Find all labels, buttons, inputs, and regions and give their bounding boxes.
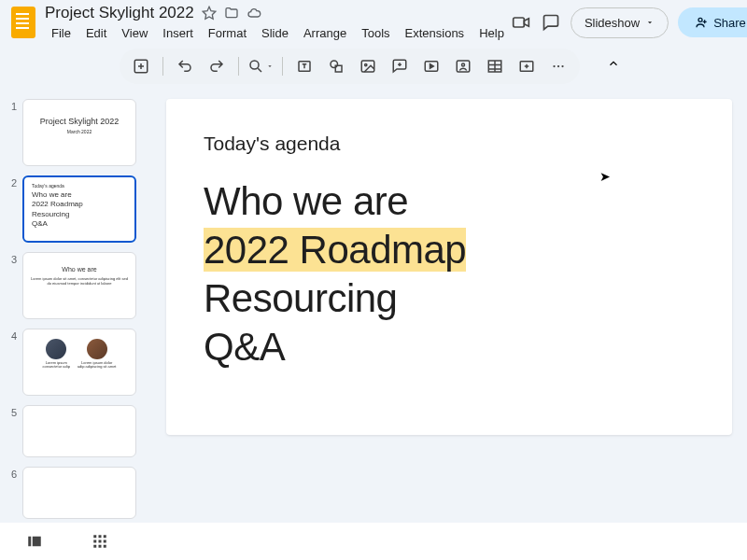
transition-icon[interactable] (513, 52, 541, 80)
thumb-title: Who we are (31, 266, 128, 273)
agenda-line[interactable]: 2022 Roadmap (204, 226, 695, 274)
slide-canvas[interactable]: Today's agenda Who we are 2022 Roadmap R… (166, 99, 732, 435)
thumb-row: 4 Lorem ipsumconsectetur adip Lorem ipsu… (7, 329, 151, 396)
agenda-line[interactable]: Q&A (204, 323, 695, 371)
person-caption: Lorem ipsum doloradip adipiscing sit ame… (78, 361, 117, 370)
highlighted-text: 2022 Roadmap (204, 228, 466, 272)
slides-logo[interactable] (11, 7, 35, 38)
menu-format[interactable]: Format (202, 24, 253, 42)
slide-label[interactable]: Today's agenda (204, 133, 695, 155)
svg-rect-22 (93, 540, 96, 543)
svg-rect-25 (93, 545, 96, 548)
thumb-row: 6 (7, 467, 151, 519)
thumb-number: 6 (7, 467, 17, 519)
zoom-icon[interactable] (247, 52, 275, 80)
menu-extensions[interactable]: Extensions (399, 24, 472, 42)
body: 1 Project Skylight 2022 March 2022 2 Tod… (0, 91, 747, 558)
cloud-icon[interactable] (247, 6, 261, 21)
svg-point-14 (553, 65, 555, 67)
thumb-sub: March 2022 (31, 129, 128, 134)
thumbnail-3[interactable]: Who we are Lorem ipsum dolor sit amet, c… (22, 252, 136, 319)
image-icon[interactable] (354, 52, 382, 80)
menu-edit[interactable]: Edit (79, 24, 113, 42)
thumb-row: 3 Who we are Lorem ipsum dolor sit amet,… (7, 252, 151, 319)
thumb-number: 3 (7, 252, 17, 319)
menu-file[interactable]: File (45, 24, 78, 42)
redo-icon[interactable] (203, 52, 231, 80)
slideshow-button[interactable]: Slideshow (571, 7, 669, 38)
video-icon[interactable] (417, 52, 445, 80)
menubar: File Edit View Insert Format Slide Arran… (45, 24, 511, 42)
separator (238, 57, 239, 76)
thumb-number: 4 (7, 329, 17, 396)
svg-point-1 (698, 18, 702, 21)
meet-icon[interactable] (511, 12, 531, 33)
svg-point-8 (364, 63, 366, 65)
agenda-list[interactable]: Who we are 2022 Roadmap Resourcing Q&A (204, 177, 695, 371)
separator (282, 57, 283, 76)
thumb-line: Who we are (32, 190, 127, 200)
canvas-area: Today's agenda Who we are 2022 Roadmap R… (159, 91, 747, 558)
svg-point-5 (331, 61, 338, 68)
person-avatar (46, 339, 66, 359)
background-icon[interactable] (449, 52, 477, 80)
header: Project Skylight 2022 File Edit View Ins… (0, 0, 747, 45)
thumb-label: Today's agenda (32, 183, 127, 189)
thumbnail-1[interactable]: Project Skylight 2022 March 2022 (22, 99, 136, 166)
thumb-number: 2 (7, 175, 17, 243)
svg-rect-27 (104, 545, 106, 548)
thumb-title: Project Skylight 2022 (31, 117, 128, 126)
thumbnail-5[interactable] (22, 405, 136, 457)
agenda-line[interactable]: Resourcing (204, 274, 695, 323)
menu-tools[interactable]: Tools (355, 24, 396, 42)
move-folder-icon[interactable] (224, 6, 239, 21)
svg-rect-17 (28, 537, 31, 547)
collapse-toolbar-icon[interactable] (599, 49, 628, 78)
person-avatar (87, 339, 107, 359)
thumb-line: 2022 Roadmap (32, 200, 127, 209)
share-label: Share (713, 16, 746, 30)
thumb-number: 5 (7, 405, 17, 457)
person-add-icon (693, 15, 708, 30)
separator (162, 57, 163, 76)
thumb-body: Lorem ipsum dolor sit amet, consectetur … (31, 276, 128, 286)
svg-rect-26 (99, 545, 102, 548)
textbox-icon[interactable] (290, 52, 318, 80)
cursor-icon: ➤ (599, 169, 611, 184)
filmstrip-view-icon[interactable] (26, 533, 43, 550)
doc-title[interactable]: Project Skylight 2022 (45, 4, 194, 22)
svg-point-15 (557, 65, 558, 67)
menu-view[interactable]: View (115, 24, 154, 42)
menu-arrange[interactable]: Arrange (297, 24, 353, 42)
svg-rect-20 (99, 535, 102, 538)
thumb-line: Resourcing (32, 210, 127, 219)
svg-rect-23 (99, 540, 102, 543)
comment-add-icon[interactable] (386, 52, 414, 80)
table-icon[interactable] (481, 52, 509, 80)
svg-point-16 (561, 65, 563, 67)
new-slide-icon[interactable] (127, 52, 155, 80)
share-button[interactable]: Share (678, 7, 747, 37)
grid-view-icon[interactable] (92, 533, 108, 550)
menu-help[interactable]: Help (472, 24, 511, 42)
slideshow-label: Slideshow (585, 16, 640, 30)
comment-icon[interactable] (541, 12, 561, 33)
undo-icon[interactable] (171, 52, 199, 80)
thumb-row: 5 (7, 405, 151, 457)
more-icon[interactable] (544, 52, 572, 80)
svg-rect-19 (93, 535, 96, 538)
title-area: Project Skylight 2022 File Edit View Ins… (45, 4, 511, 42)
thumbnail-6[interactable] (22, 467, 136, 519)
svg-rect-0 (514, 18, 525, 27)
svg-rect-24 (104, 540, 106, 543)
star-icon[interactable] (202, 6, 217, 21)
thumbnail-2[interactable]: Today's agenda Who we are 2022 Roadmap R… (22, 175, 136, 243)
thumb-number: 1 (7, 99, 17, 166)
menu-slide[interactable]: Slide (255, 24, 295, 42)
thumbnail-4[interactable]: Lorem ipsumconsectetur adip Lorem ipsum … (22, 329, 136, 396)
agenda-line[interactable]: Who we are (204, 177, 695, 226)
menu-insert[interactable]: Insert (156, 24, 200, 42)
shape-icon[interactable] (322, 52, 350, 80)
toolbar (120, 49, 580, 84)
header-right: Slideshow Share (511, 7, 747, 38)
